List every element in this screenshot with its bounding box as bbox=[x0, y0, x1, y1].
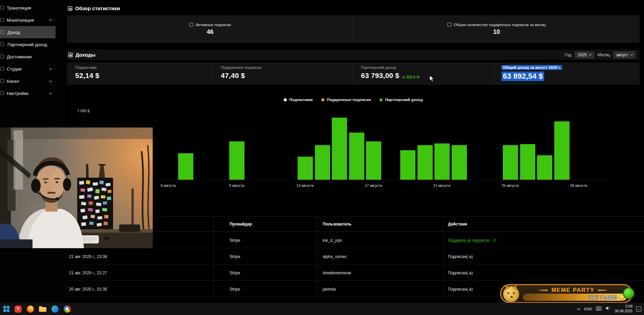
income-filters: Год 2025 Месяц август bbox=[565, 51, 636, 59]
settings-icon bbox=[0, 91, 4, 95]
income-title: Доходы bbox=[76, 52, 95, 58]
file-explorer-icon[interactable] bbox=[39, 306, 46, 312]
cell-date: 21 авг. 2025 г., 22:27 bbox=[69, 271, 107, 275]
table-row[interactable]: Stripekai_iz_jopiПодарил(-а) подписок - … bbox=[66, 232, 644, 248]
meme-party-progressbar: 7667 / 14900 bbox=[523, 294, 626, 301]
table-header: ПровайдерПользовательДействие bbox=[66, 216, 644, 232]
sidebar-item-settings[interactable]: Настройки bbox=[0, 87, 66, 99]
taskbar-clock[interactable]: 0:08 30.08.2025 bbox=[615, 304, 632, 313]
broadcast-icon bbox=[0, 6, 4, 9]
chart-bar bbox=[434, 143, 450, 180]
sidebar-item-label: Трансляция bbox=[7, 5, 31, 11]
chart-bar bbox=[178, 153, 193, 180]
decor-dash bbox=[539, 290, 548, 291]
cell-date: 21 авг. 2025 г., 23:38 bbox=[69, 254, 107, 259]
cell-user: drewbrewmeow bbox=[323, 271, 351, 275]
sidebar-item-broadcast[interactable]: Трансляция bbox=[0, 2, 66, 14]
x-axis-tick: 21 августа bbox=[422, 183, 462, 188]
sidebar-item-monetization[interactable]: Монетизация bbox=[0, 14, 66, 26]
card-icon bbox=[189, 23, 193, 26]
income-stat-label: Подписчики bbox=[75, 65, 96, 70]
webcam-video bbox=[0, 127, 153, 248]
keyboard-layout-icon[interactable] bbox=[596, 306, 602, 312]
firefox-icon[interactable] bbox=[27, 306, 34, 313]
legend-item[interactable]: Партнерский доход bbox=[380, 98, 423, 102]
chart-bar bbox=[400, 150, 415, 180]
income-stat-3: Общий доход за август 2025 г.63 892,54 $ bbox=[493, 62, 640, 85]
x-axis-tick: 25 августа bbox=[490, 183, 531, 188]
cell-action: Подарил(-а) подписок - 1! bbox=[448, 238, 496, 243]
table-header-cell: Провайдер bbox=[230, 222, 252, 227]
legend-item[interactable]: Подаренные подписки bbox=[321, 98, 371, 102]
chart-bar bbox=[366, 141, 381, 180]
decor-dash bbox=[598, 290, 607, 291]
meme-party-progress: 7667 / 14900 bbox=[588, 295, 617, 300]
chevron-down-icon bbox=[630, 53, 633, 56]
card-icon bbox=[447, 23, 451, 26]
table-header-cell: Действие bbox=[448, 222, 467, 227]
sidebar-item-achievements[interactable]: Достижения bbox=[0, 51, 66, 63]
edge-icon[interactable] bbox=[51, 306, 59, 313]
bar-chart-icon bbox=[68, 6, 72, 11]
tray-expand-icon[interactable] bbox=[577, 306, 581, 312]
taskbar-tray: ENG 0:08 30.08.2025 bbox=[577, 304, 644, 313]
table-header-cell: Пользователь bbox=[323, 222, 351, 227]
chart-bar bbox=[315, 145, 330, 180]
chevron-down-icon bbox=[49, 91, 52, 95]
stat-card-1: Общее количество подаренных подписок за … bbox=[353, 15, 640, 43]
table-row[interactable]: 21 авг. 2025 г., 22:27Stripedrewbrewmeow… bbox=[66, 264, 644, 281]
column-divider bbox=[214, 216, 214, 297]
year-value: 2025 bbox=[578, 53, 587, 57]
income-stat-value: 52,14 $ bbox=[75, 72, 99, 80]
start-button[interactable] bbox=[3, 306, 9, 313]
overview-cards: Активные подписки46Общее количество пода… bbox=[67, 15, 640, 43]
year-label: Год bbox=[565, 53, 571, 57]
chart-bar bbox=[520, 144, 535, 180]
sidebar-item-label: Партнерский доход bbox=[7, 42, 47, 47]
month-select[interactable]: август bbox=[613, 51, 636, 59]
income-header: Доходы Год 2025 Месяц август bbox=[67, 50, 640, 60]
sidebar-item-label: Канал bbox=[7, 79, 19, 84]
year-select[interactable]: 2025 bbox=[575, 51, 594, 59]
green-emote-icon bbox=[623, 288, 635, 299]
x-axis-tick: 5 августа bbox=[148, 183, 189, 188]
arrow-up-icon bbox=[402, 76, 405, 78]
meme-party-widget: MEME PARTY 7667 / 14900 bbox=[500, 284, 633, 303]
stat-card-label: Активные подписки bbox=[196, 23, 231, 27]
legend-dot-icon bbox=[380, 98, 383, 101]
cell-action: Подписан(-а) bbox=[448, 287, 473, 292]
chrome-icon[interactable] bbox=[64, 306, 71, 313]
webcam-overlay bbox=[0, 127, 153, 248]
chart-bar bbox=[554, 121, 570, 180]
meme-party-title: MEME PARTY bbox=[551, 287, 594, 294]
yandex-browser-icon[interactable]: Y bbox=[15, 306, 22, 313]
sidebar-item-income[interactable]: Доход bbox=[0, 26, 56, 38]
sidebar-item-studio[interactable]: Студия bbox=[0, 63, 66, 75]
mouse-cursor bbox=[429, 75, 436, 82]
sidebar-item-label: Монетизация bbox=[7, 18, 34, 23]
y-axis-label: 7 000 $ bbox=[77, 109, 90, 113]
income-chart-icon bbox=[68, 53, 73, 57]
studio-icon bbox=[0, 67, 4, 71]
language-indicator[interactable]: ENG bbox=[584, 307, 593, 311]
sidebar-item-partner-income[interactable]: Партнерский доход bbox=[0, 38, 66, 51]
sidebar-item-channel[interactable]: Канал bbox=[0, 75, 66, 87]
channel-icon bbox=[0, 79, 4, 83]
income-stat-value: 63 793,00 $ bbox=[361, 72, 399, 80]
x-axis-tick: 17 августа bbox=[353, 183, 394, 188]
sidebar-item-label: Доход bbox=[7, 30, 20, 35]
notification-center-icon[interactable] bbox=[636, 307, 641, 312]
table-row[interactable]: 21 авг. 2025 г., 23:38Stripealpha_somecП… bbox=[66, 248, 644, 264]
chart-legend: ПодписчикиПодаренные подпискиПартнерский… bbox=[67, 98, 640, 102]
cell-provider: Stripe bbox=[230, 238, 240, 243]
chart-bar bbox=[332, 118, 347, 180]
cell-action: Подписан(-а) bbox=[448, 271, 473, 275]
month-value: август bbox=[616, 53, 628, 57]
income-stat-2: Партнерский доход63 793,00 $222,3 % bbox=[352, 62, 493, 85]
speaker-icon[interactable] bbox=[605, 306, 611, 312]
income-stat-label: Общий доход за август 2025 г. bbox=[501, 65, 562, 70]
income-stat-label: Подаренные подписки bbox=[221, 65, 261, 70]
chart-bar bbox=[452, 145, 467, 180]
legend-item[interactable]: Подписчики bbox=[284, 98, 313, 102]
taskbar-date: 30.08.2025 bbox=[615, 309, 632, 314]
